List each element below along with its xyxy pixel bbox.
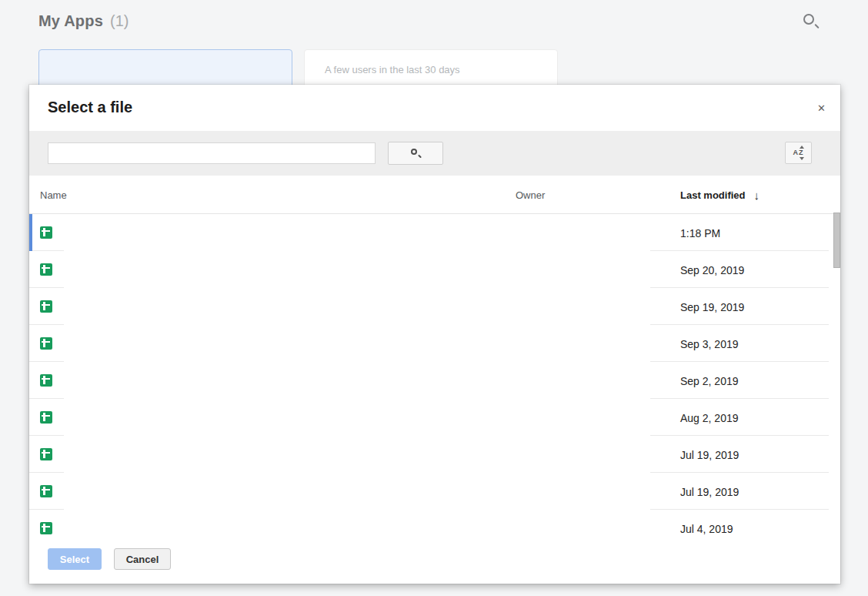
last-modified-value: Sep 19, 2019: [680, 301, 744, 313]
table-row[interactable]: Jul 4, 2019: [29, 510, 840, 534]
sort-descending-icon: [800, 157, 804, 160]
column-header-last-modified[interactable]: Last modified ↓: [680, 189, 760, 202]
file-list: 1:18 PM Sep 20, 2019 Sep 19, 2019 Sep 3,…: [29, 214, 840, 534]
dialog-titlebar: Select a file ✕: [29, 85, 840, 131]
select-file-dialog: Select a file ✕ AZ Name Owner Last modif…: [29, 85, 840, 584]
search-lens: [803, 14, 814, 25]
usage-summary-text: A few users in the last 30 days: [325, 64, 537, 76]
sheets-file-icon: [40, 411, 52, 424]
table-row[interactable]: Jul 19, 2019: [29, 436, 840, 473]
sheets-file-icon: [40, 522, 52, 534]
table-row[interactable]: Sep 19, 2019: [29, 288, 840, 325]
sheets-file-icon: [40, 337, 52, 350]
search-icon[interactable]: [802, 12, 820, 31]
sheets-file-icon: [40, 448, 52, 460]
column-header-owner[interactable]: Owner: [516, 189, 545, 201]
table-row[interactable]: Sep 3, 2019: [29, 325, 840, 362]
page-title: My Apps: [38, 12, 103, 30]
search-button[interactable]: [388, 142, 443, 165]
last-modified-value: Jul 19, 2019: [680, 449, 739, 461]
select-button[interactable]: Select: [48, 548, 102, 570]
sheets-file-icon: [40, 485, 52, 497]
column-header-name[interactable]: Name: [40, 189, 67, 201]
dialog-title: Select a file: [48, 99, 132, 116]
scrollbar-thumb[interactable]: [833, 213, 840, 268]
table-row[interactable]: Sep 20, 2019: [29, 251, 840, 288]
sheets-file-icon: [40, 300, 52, 313]
sort-az-label: AZ: [793, 149, 804, 156]
table-row[interactable]: Jul 19, 2019: [29, 473, 840, 510]
table-row[interactable]: 1:18 PM: [29, 214, 840, 251]
app-count-badge: (1): [110, 12, 129, 30]
file-table-header: Name Owner Last modified ↓: [29, 176, 840, 214]
selected-row-indicator: [29, 214, 32, 251]
page-header: My Apps (1): [38, 12, 129, 30]
cancel-button[interactable]: Cancel: [114, 548, 171, 570]
last-modified-value: Sep 2, 2019: [680, 375, 739, 387]
file-search-input[interactable]: [48, 142, 376, 164]
last-modified-value: Sep 20, 2019: [680, 264, 744, 276]
last-modified-value: 1:18 PM: [680, 227, 720, 239]
search-icon: [410, 148, 421, 159]
sheets-file-icon: [40, 263, 52, 276]
table-row[interactable]: Aug 2, 2019: [29, 399, 840, 436]
dialog-footer: Select Cancel: [29, 534, 840, 584]
last-modified-value: Jul 19, 2019: [680, 486, 739, 498]
dialog-search-toolbar: AZ: [29, 131, 840, 176]
sort-az-button[interactable]: AZ: [785, 142, 812, 164]
close-icon[interactable]: ✕: [816, 101, 827, 116]
last-modified-value: Aug 2, 2019: [680, 412, 739, 424]
last-modified-value: Jul 4, 2019: [680, 523, 733, 534]
table-row[interactable]: Sep 2, 2019: [29, 362, 840, 399]
sheets-file-icon: [40, 226, 52, 239]
search-handle: [814, 24, 819, 28]
sort-direction-down-icon: ↓: [754, 189, 760, 202]
last-modified-value: Sep 3, 2019: [680, 338, 739, 350]
sheets-file-icon: [40, 374, 52, 387]
